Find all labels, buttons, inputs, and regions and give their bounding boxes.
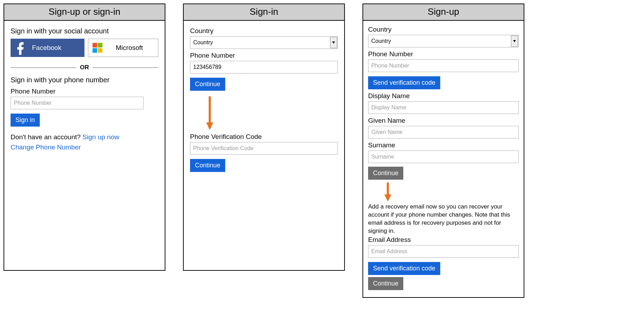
signin-panel: Sign-in Country Phone Number Continue Ph… [183, 4, 345, 271]
phone-number-label: Phone Number [11, 88, 158, 95]
display-name-label: Display Name [368, 92, 519, 100]
svg-marker-3 [384, 194, 391, 201]
arrow-down-icon [384, 182, 392, 201]
verification-code-label: Phone Verification Code [190, 133, 338, 141]
change-phone-link[interactable]: Change Phone Number [11, 143, 81, 151]
surname-label: Surname [368, 141, 519, 149]
phone-signin-heading: Sign in with your phone number [11, 76, 158, 84]
panel2-title: Sign-in [184, 4, 344, 21]
country-select[interactable] [368, 35, 519, 47]
given-name-input[interactable] [368, 126, 519, 139]
no-account-text: Don't have an account? [11, 133, 82, 141]
microsoft-button[interactable]: Microsoft [88, 39, 158, 57]
facebook-label: Facebook [32, 44, 61, 52]
continue-button-2[interactable]: Continue [190, 159, 225, 172]
signin-button[interactable]: Sign in [11, 114, 40, 127]
microsoft-icon [93, 43, 102, 53]
panel3-title: Sign-up [363, 4, 524, 21]
country-select-wrap [368, 35, 519, 47]
send-verification-code-button-2[interactable]: Send verification code [368, 262, 440, 275]
panel1-title: Sign-up or sign-in [4, 4, 165, 21]
email-address-label: Email Address [368, 236, 519, 244]
send-verification-code-button[interactable]: Send verification code [368, 76, 440, 89]
signup-now-link[interactable]: Sign up now [82, 133, 119, 141]
continue-button-1[interactable]: Continue [190, 78, 225, 91]
signup-or-signin-panel: Sign-up or sign-in Sign in with your soc… [4, 4, 165, 271]
phone-number-input[interactable] [190, 61, 338, 73]
country-select-wrap [190, 36, 338, 49]
signup-panel: Sign-up Country Phone Number Send verifi… [362, 4, 524, 298]
or-divider: OR [11, 64, 158, 71]
svg-marker-1 [206, 122, 213, 130]
phone-number-label: Phone Number [190, 52, 338, 59]
facebook-icon [14, 41, 26, 55]
social-signin-heading: Sign in with your social account [11, 27, 158, 35]
social-button-row: Facebook Microsoft [11, 39, 158, 57]
facebook-button[interactable]: Facebook [11, 39, 84, 57]
signup-prompt-row: Don't have an account? Sign up now Chang… [11, 132, 158, 152]
or-text: OR [80, 64, 89, 71]
country-label: Country [368, 26, 519, 33]
country-label: Country [190, 27, 338, 35]
display-name-input[interactable] [368, 101, 519, 114]
verification-code-input[interactable] [190, 142, 338, 155]
country-select[interactable] [190, 36, 338, 49]
phone-number-input[interactable] [11, 97, 144, 109]
phone-number-input[interactable] [368, 59, 519, 72]
continue-button-1[interactable]: Continue [368, 167, 403, 180]
arrow-down-icon [206, 95, 214, 130]
email-address-input[interactable] [368, 245, 519, 258]
phone-number-label: Phone Number [368, 50, 519, 58]
continue-button-2[interactable]: Continue [368, 277, 403, 290]
recovery-email-info: Add a recovery email now so you can reco… [368, 203, 519, 235]
surname-input[interactable] [368, 151, 519, 163]
given-name-label: Given Name [368, 117, 519, 124]
microsoft-label: Microsoft [116, 44, 143, 52]
